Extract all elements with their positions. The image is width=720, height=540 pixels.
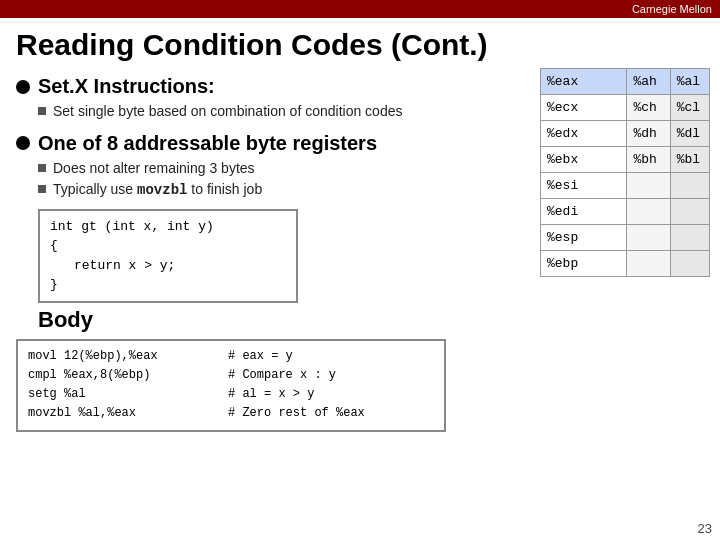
asm-code-3: setg %al bbox=[28, 385, 228, 404]
reg-name-1: %ecx bbox=[541, 95, 627, 121]
reg-name-6: %esp bbox=[541, 225, 627, 251]
code-line-2: { bbox=[50, 236, 286, 256]
one-of-8-sub-text-1: Does not alter remaining 3 bytes bbox=[53, 159, 255, 179]
reg-name-5: %edi bbox=[541, 199, 627, 225]
code-line-3: return x > y; bbox=[50, 256, 286, 276]
register-row-esp: %esp bbox=[541, 225, 710, 251]
register-row-eax: %eax%ah%al bbox=[541, 69, 710, 95]
asm-row-3: setg %al # al = x > y bbox=[28, 385, 434, 404]
brand-label: Carnegie Mellon bbox=[632, 3, 712, 15]
asm-row-1: movl 12(%ebp),%eax # eax = y bbox=[28, 347, 434, 366]
body-label: Body bbox=[38, 307, 524, 333]
asm-code-4: movzbl %al,%eax bbox=[28, 404, 228, 423]
one-of-8-sub-text-2: Typically use movzbl to finish job bbox=[53, 180, 262, 201]
bullet-circle-1 bbox=[16, 80, 30, 94]
reg-sub1-2: %dh bbox=[627, 121, 670, 147]
reg-sub1-5 bbox=[627, 199, 670, 225]
reg-name-3: %ebx bbox=[541, 147, 627, 173]
register-row-ecx: %ecx%ch%cl bbox=[541, 95, 710, 121]
register-table: %eax%ah%al%ecx%ch%cl%edx%dh%dl%ebx%bh%bl… bbox=[540, 68, 710, 277]
sub-bullet-marker-1 bbox=[38, 107, 46, 115]
sub-bullet-marker-3 bbox=[38, 185, 46, 193]
reg-sub2-5 bbox=[670, 199, 709, 225]
setx-bullet-1: Set single byte based on combination of … bbox=[38, 102, 524, 122]
code-block: int gt (int x, int y) { return x > y; } bbox=[38, 209, 298, 303]
reg-sub2-6 bbox=[670, 225, 709, 251]
reg-name-2: %edx bbox=[541, 121, 627, 147]
page-title: Reading Condition Codes (Cont.) bbox=[16, 28, 524, 61]
reg-sub2-1: %cl bbox=[670, 95, 709, 121]
right-panel: %eax%ah%al%ecx%ch%cl%edx%dh%dl%ebx%bh%bl… bbox=[540, 18, 720, 540]
reg-sub1-3: %bh bbox=[627, 147, 670, 173]
reg-sub1-6 bbox=[627, 225, 670, 251]
register-row-edi: %edi bbox=[541, 199, 710, 225]
asm-block: movl 12(%ebp),%eax # eax = y cmpl %eax,8… bbox=[16, 339, 446, 432]
reg-name-0: %eax bbox=[541, 69, 627, 95]
one-of-8-bullet-1: Does not alter remaining 3 bytes bbox=[38, 159, 524, 179]
reg-sub2-3: %bl bbox=[670, 147, 709, 173]
code-line-4: } bbox=[50, 275, 286, 295]
asm-row-4: movzbl %al,%eax # Zero rest of %eax bbox=[28, 404, 434, 423]
reg-sub2-7 bbox=[670, 251, 709, 277]
asm-comment-1: # eax = y bbox=[228, 347, 293, 366]
left-panel: Reading Condition Codes (Cont.) Set.X In… bbox=[0, 18, 540, 540]
reg-sub2-0: %al bbox=[670, 69, 709, 95]
asm-code-1: movl 12(%ebp),%eax bbox=[28, 347, 228, 366]
asm-code-2: cmpl %eax,8(%ebp) bbox=[28, 366, 228, 385]
code-line-1: int gt (int x, int y) bbox=[50, 217, 286, 237]
reg-sub1-1: %ch bbox=[627, 95, 670, 121]
reg-sub2-2: %dl bbox=[670, 121, 709, 147]
section-one-of-8: One of 8 addressable byte registers bbox=[16, 132, 524, 155]
header-bar: Carnegie Mellon bbox=[0, 0, 720, 18]
page-number: 23 bbox=[698, 521, 712, 536]
sub-bullet-marker-2 bbox=[38, 164, 46, 172]
reg-sub1-7 bbox=[627, 251, 670, 277]
asm-comment-2: # Compare x : y bbox=[228, 366, 336, 385]
asm-row-2: cmpl %eax,8(%ebp) # Compare x : y bbox=[28, 366, 434, 385]
reg-name-4: %esi bbox=[541, 173, 627, 199]
asm-comment-4: # Zero rest of %eax bbox=[228, 404, 365, 423]
register-row-ebx: %ebx%bh%bl bbox=[541, 147, 710, 173]
reg-name-7: %ebp bbox=[541, 251, 627, 277]
register-row-edx: %edx%dh%dl bbox=[541, 121, 710, 147]
reg-sub1-4 bbox=[627, 173, 670, 199]
section-setx: Set.X Instructions: bbox=[16, 75, 524, 98]
reg-sub1-0: %ah bbox=[627, 69, 670, 95]
setx-sub-text-1: Set single byte based on combination of … bbox=[53, 102, 402, 122]
asm-comment-3: # al = x > y bbox=[228, 385, 314, 404]
reg-sub2-4 bbox=[670, 173, 709, 199]
one-of-8-bullet-2: Typically use movzbl to finish job bbox=[38, 180, 524, 201]
bullet-circle-2 bbox=[16, 136, 30, 150]
register-row-esi: %esi bbox=[541, 173, 710, 199]
section-setx-title: Set.X Instructions: bbox=[38, 75, 215, 98]
register-row-ebp: %ebp bbox=[541, 251, 710, 277]
section-one-of-8-title: One of 8 addressable byte registers bbox=[38, 132, 377, 155]
